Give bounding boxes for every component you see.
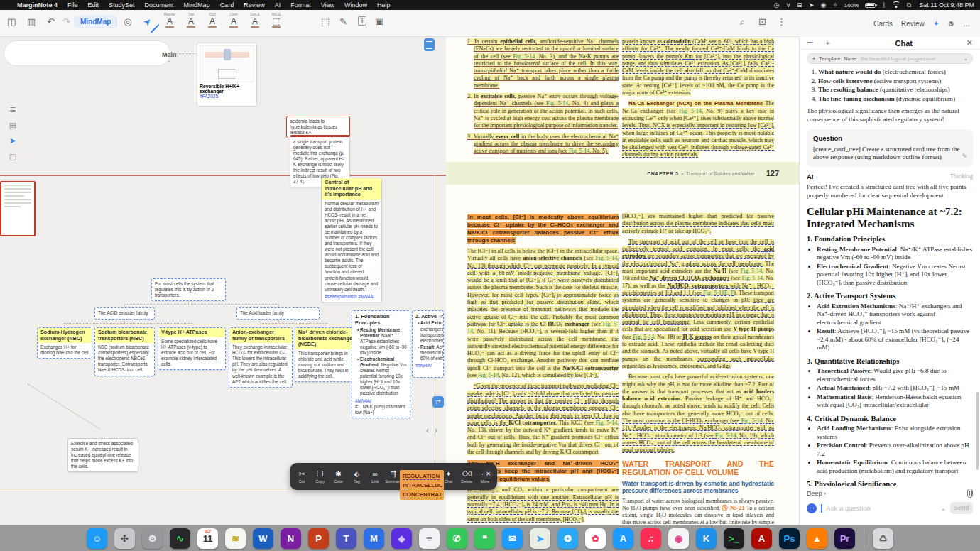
pdf-section-header[interactable]: In most cells, [Cl⁻] is modestly above e… xyxy=(467,213,619,244)
marquee-select-icon[interactable]: ⬚ xyxy=(321,16,330,27)
context-toolbar-button[interactable]: ❐ Copy xyxy=(311,470,329,484)
chat-input-row[interactable]: ⋯ Ask a question ⌄ Send xyxy=(807,502,973,514)
dock-app[interactable]: ❂ xyxy=(557,528,578,549)
save-card-icon[interactable]: ⊡ xyxy=(758,16,766,27)
menu-item[interactable]: AI xyxy=(275,1,281,9)
note-card-nbc[interactable]: Sodium bicarbonate transporters (NBC) NB… xyxy=(94,327,155,376)
menu-item[interactable]: Document xyxy=(145,1,174,9)
pdf-paragraph[interactable]: Because most cells have powerful acid-ex… xyxy=(622,373,774,454)
question-card[interactable]: Question [create_card_tree] Create a str… xyxy=(807,129,973,167)
excerpt-tool[interactable]: Regular A xyxy=(159,13,180,28)
mindmap-mode-button[interactable]: MindMap xyxy=(74,16,117,28)
focus-mode-icon[interactable]: ◎ xyxy=(124,16,131,27)
sidebar-toggle-icon[interactable]: ◫ xyxy=(7,16,16,27)
display-icon[interactable]: ⧉ xyxy=(907,1,911,9)
text-frame-icon[interactable]: T xyxy=(358,16,366,26)
context-toolbar-button[interactable]: ✂ Cut xyxy=(293,470,310,484)
edit-icon[interactable]: ✎ xyxy=(962,153,967,161)
pdf-page[interactable]: 1. In certain epithelial cells, amilorid… xyxy=(446,37,799,525)
menu-item[interactable]: Window xyxy=(344,1,367,9)
dock-app[interactable]: A xyxy=(751,528,772,549)
dock-app[interactable]: N xyxy=(281,528,301,549)
note-card-loader-family[interactable]: The Acid loader family xyxy=(236,307,320,320)
dock-app[interactable]: ≋ xyxy=(225,528,246,549)
dock-app[interactable]: ✣ xyxy=(114,528,135,549)
flashcards-icon[interactable]: ▤ xyxy=(6,121,20,130)
dock-app[interactable]: T xyxy=(336,528,356,549)
doc-search-icon[interactable]: ⌕ xyxy=(740,16,745,28)
image-tool-icon[interactable]: ▣ xyxy=(375,16,383,27)
note-card-active-transport[interactable]: 2. Active Transport Systems • Acid Extru… xyxy=(412,310,444,378)
pen-icon[interactable]: ✎ xyxy=(339,16,347,27)
excerpt-tool[interactable]: Title A xyxy=(180,13,202,28)
menu-item[interactable]: View xyxy=(321,1,334,9)
status-icon[interactable]: ∨ xyxy=(786,1,791,9)
dock-trash[interactable]: ♺ xyxy=(873,528,893,549)
status-icon[interactable]: ✧ xyxy=(832,1,838,9)
dock-app[interactable]: ✉ xyxy=(502,528,523,549)
undo-icon[interactable]: ↶ xyxy=(47,16,55,27)
note-card-extruder-family[interactable]: The ACID extruder faimly xyxy=(94,307,155,320)
dock-app[interactable]: ☺ xyxy=(87,528,107,549)
cards-button[interactable]: Cards xyxy=(873,20,893,28)
dock-app[interactable]: ≡ xyxy=(419,528,440,549)
redo-icon[interactable]: ↷ xyxy=(62,16,70,27)
note-card-nhe[interactable]: Sodium-Hydrogen exchanger (NBC) Exchange… xyxy=(37,327,92,359)
excerpt-image-card[interactable]: Reversible H+/K+ exchanger #FA2025 xyxy=(197,43,257,107)
topbar-more-button[interactable]: … xyxy=(963,20,970,28)
send-button[interactable]: Send xyxy=(950,502,973,514)
pdf-paragraph[interactable]: The [Cl⁻] in all cells is below the [Cl⁻… xyxy=(467,248,619,379)
excerpt-tool[interactable]: Cloze A xyxy=(223,13,244,28)
card-tag[interactable]: #MN4AI xyxy=(355,398,407,404)
dock-app[interactable]: Pr xyxy=(834,528,855,549)
menu-item[interactable]: MindMap xyxy=(184,1,210,9)
dock-app[interactable]: K xyxy=(696,528,717,549)
app-menu[interactable]: MarginNote 4 xyxy=(17,1,58,9)
card-tag[interactable]: #FA2025 xyxy=(200,94,254,99)
jump-to-note-button[interactable]: ⇄ xyxy=(432,396,444,408)
note-card-exercise[interactable]: Exercise and stress associated serum K+ … xyxy=(67,438,138,472)
hand-tool-icon[interactable]: ➤ xyxy=(6,136,20,146)
water-section-title[interactable]: WATER TRANSPORT AND THE REGULATION OF CE… xyxy=(622,459,774,477)
thinking-status[interactable]: Thinking xyxy=(950,173,973,181)
context-toolbar-button[interactable]: ⌫ Delete xyxy=(458,470,476,484)
context-toolbar-button[interactable]: ✱ Color xyxy=(330,470,347,484)
chevron-down-icon[interactable]: ⌄ xyxy=(940,505,946,512)
note-card-control-ph[interactable]: Control of intracellular pH and it's imp… xyxy=(321,178,382,302)
mode-selector[interactable]: Deep › xyxy=(807,490,826,497)
card-tag[interactable]: #MN4AI xyxy=(415,363,444,369)
water-section-subtitle[interactable]: Water transport is driven by osmotic and… xyxy=(622,480,774,495)
menu-item[interactable]: StudySet xyxy=(109,1,135,9)
dock-app[interactable]: W xyxy=(253,528,273,549)
context-toolbar-close-icon[interactable]: ✕ xyxy=(483,469,494,479)
note-card-anion[interactable]: Anion-exchanger family of transporters T… xyxy=(229,327,293,388)
card-tags[interactable]: #selfexplanation #MN4AI xyxy=(325,294,379,300)
excerpt-tool[interactable]: Cont.E A xyxy=(244,13,266,28)
chat-input[interactable]: Ask a question xyxy=(827,504,937,512)
dock-app[interactable]: ❝ xyxy=(474,528,495,549)
chat-scrollbar[interactable] xyxy=(976,392,979,470)
note-card-vtype[interactable]: V-type H+ ATPases Some specialized cells… xyxy=(158,327,226,370)
main-branch-node[interactable] xyxy=(4,40,170,66)
model-picker-icon[interactable]: ⋯ xyxy=(807,503,817,513)
dock-app[interactable]: ⚙ xyxy=(142,528,163,549)
pdf-paragraph[interactable]: protein known as calmodulin (CaM; see p.… xyxy=(622,38,774,97)
dock-app[interactable]: M xyxy=(364,528,384,549)
split-drag-handle[interactable] xyxy=(424,38,435,51)
pdf-paragraph[interactable]: H⁺, HCO₃⁻, and CO₂ within a particular c… xyxy=(467,486,619,523)
hamburger-icon[interactable]: ☰ xyxy=(807,38,814,48)
prev-page-icon[interactable]: ‹ xyxy=(426,425,429,435)
ai-settings-icon[interactable]: ⚙ xyxy=(948,20,954,28)
dock-app[interactable]: ◉ xyxy=(668,528,689,549)
dock-app[interactable]: ♫ xyxy=(641,528,661,549)
pdf-paragraph[interactable]: 3. Virtually every cell in the body uses… xyxy=(467,133,619,156)
menu-item[interactable]: Help xyxy=(377,1,391,9)
note-card-foundation[interactable]: 1. Foundation Principles • Resting Membr… xyxy=(352,310,410,418)
pdf-paragraph[interactable]: Na-Ca Exchanger (NCX) on the Plasma Memb… xyxy=(622,100,774,158)
dock-app[interactable]: OCT 11 xyxy=(197,528,218,549)
dock-app[interactable]: ▲ xyxy=(807,528,827,549)
document-icon[interactable]: ▢ xyxy=(6,152,20,161)
pdf-paragraph[interactable]: Transport of water across biological mem… xyxy=(622,498,774,526)
status-icon[interactable]: ⊟ xyxy=(797,1,802,9)
toolbar-more-icon[interactable]: ⋮ xyxy=(777,16,786,27)
